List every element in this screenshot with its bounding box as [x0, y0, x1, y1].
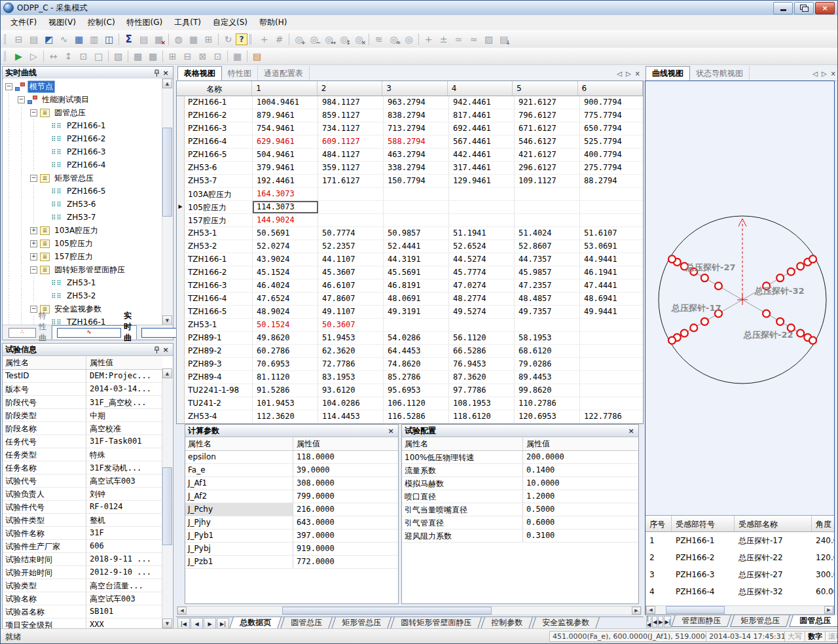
zoom-reset-icon[interactable]: ◎× [352, 32, 367, 46]
tree-scrollbar[interactable]: ▲ ▼ [162, 79, 172, 325]
property-row[interactable]: 试验开始时间2012-9-10 ... [3, 566, 163, 579]
value-cell[interactable]: 49.5274 [449, 306, 515, 318]
value-cell[interactable]: 46.1941 [580, 266, 644, 279]
tree-item[interactable]: −根节点 [3, 80, 162, 93]
sheet-tab-1[interactable]: 圆管总压 [280, 617, 333, 629]
value-cell[interactable]: 546.6127 [515, 135, 580, 148]
row-name-cell[interactable]: ZH53-6 [185, 162, 253, 174]
column-header-1[interactable]: 1 [252, 81, 317, 96]
value-cell[interactable]: 48.2774 [449, 293, 515, 305]
tree-item[interactable]: −≣矩形管总压 [3, 171, 162, 185]
title-bar[interactable]: ODPP_C - 采集模式 × [1, 1, 837, 16]
value-cell[interactable] [580, 345, 644, 357]
collapse-icon[interactable]: − [30, 109, 37, 116]
probe-row[interactable]: 4PZH166-4总压探针-3260.00 [646, 583, 834, 600]
sheet-tab-1[interactable]: 矩形管总压 [730, 615, 790, 627]
scrollbar-thumb[interactable] [282, 607, 492, 615]
grid-large-icon[interactable]: ▦ [230, 49, 245, 63]
zoom-in-icon[interactable]: ◎+ [291, 32, 306, 46]
row-name-cell[interactable]: TZH166-4 [185, 293, 253, 305]
row-name-cell[interactable]: TU241-2 [185, 397, 253, 410]
scrollbar-thumb[interactable] [162, 467, 172, 545]
row-gutter[interactable] [177, 279, 185, 292]
value-cell[interactable]: 45.1524 [253, 266, 318, 279]
calendar-icon[interactable]: ▦ [186, 32, 201, 46]
row-gutter[interactable] [177, 358, 185, 370]
collapse-icon[interactable]: − [30, 266, 37, 274]
value-cell[interactable]: 49.7357 [515, 306, 580, 318]
value-cell[interactable] [384, 188, 449, 200]
value-cell[interactable]: 734.1127 [318, 122, 384, 135]
value-cell[interactable]: 49.8620 [253, 332, 318, 344]
property-row[interactable]: 100%低压物理转速200.0000 [402, 451, 638, 464]
sheet-tab-2[interactable]: 矩形管总压 [331, 617, 392, 629]
minimize-button[interactable] [773, 2, 793, 14]
scroll-down-icon[interactable]: ▼ [162, 618, 172, 628]
row-gutter[interactable] [177, 188, 185, 200]
curve-icon[interactable]: ∿ [56, 32, 71, 46]
sheet-nav-next-icon[interactable]: ▶ [658, 616, 663, 628]
menu-customize[interactable]: 自定义(S) [207, 15, 253, 30]
value-cell[interactable]: 72.7786 [318, 358, 384, 370]
value-cell[interactable]: 99.8620 [515, 384, 580, 397]
frame-icon[interactable]: □ [91, 49, 106, 63]
tree-item[interactable]: ⠿⠿PZH166-2 [3, 132, 162, 145]
value-cell[interactable]: 74.8620 [384, 358, 449, 370]
value-cell[interactable]: 359.1127 [318, 162, 384, 174]
tab-channel-config[interactable]: 通道配置表 [258, 66, 310, 80]
value-cell[interactable]: 44.5274 [449, 253, 515, 266]
value-cell[interactable] [515, 319, 580, 331]
value-cell[interactable]: 97.7786 [449, 384, 515, 397]
value-cell[interactable]: 106.1120 [384, 397, 449, 410]
tab-table-view[interactable]: 表格视图 [177, 66, 222, 80]
value-cell[interactable]: 51.1941 [449, 227, 515, 240]
property-row[interactable]: 试验负责人刘钟 [3, 488, 163, 501]
tree-pane-icon[interactable]: ⊟ [11, 32, 26, 46]
value-cell[interactable]: 88.2794 [580, 175, 644, 187]
value-cell[interactable]: 52.0274 [253, 240, 318, 253]
value-cell[interactable]: 588.2794 [384, 135, 449, 148]
value-cell[interactable]: 93.6120 [318, 384, 384, 397]
value-cell[interactable] [580, 358, 644, 370]
value-cell[interactable]: 91.5286 [253, 384, 318, 397]
zoom-width-icon[interactable]: ◎↔ [321, 32, 337, 46]
value-cell[interactable]: 963.2794 [384, 96, 449, 109]
value-cell[interactable]: 164.3073 [253, 188, 318, 200]
value-cell[interactable]: 984.1127 [318, 96, 384, 109]
row-name-cell[interactable]: ZH53-1 [185, 319, 253, 331]
value-cell[interactable]: 48.4857 [515, 293, 580, 305]
value-cell[interactable]: 122.7786 [580, 410, 644, 423]
chart-b-icon[interactable]: ▩ [145, 49, 160, 63]
row-gutter[interactable] [177, 266, 185, 279]
column-header-5[interactable]: 5 [513, 81, 577, 96]
sum-icon[interactable]: Σ [121, 32, 136, 46]
value-cell[interactable]: 713.2794 [384, 122, 449, 135]
run-icon[interactable]: ▶ [11, 49, 26, 63]
value-cell[interactable] [318, 201, 384, 213]
value-cell[interactable]: 52.8607 [515, 240, 580, 253]
tab-characteristic-curves[interactable]: ∴特性曲线 [4, 325, 52, 340]
property-row[interactable]: J_Pjhy643.0000 [185, 516, 398, 529]
value-cell[interactable] [384, 201, 449, 213]
property-row[interactable]: J_Pzb1772.0000 [185, 556, 398, 569]
probe-row[interactable]: 2PZH166-2总压探针-22120.0 [646, 549, 834, 566]
column-header-4[interactable]: 4 [448, 81, 513, 96]
value-cell[interactable]: 50.5691 [253, 227, 318, 240]
probe-row[interactable]: 1PZH166-1总压探针-17240.0 [646, 532, 834, 549]
value-cell[interactable]: 62.3620 [318, 345, 384, 357]
value-cell[interactable]: 629.9461 [253, 135, 318, 148]
value-cell[interactable]: 609.1127 [318, 135, 384, 148]
menu-control[interactable]: 控制(C) [82, 15, 121, 30]
row-name-cell[interactable]: TZH166-2 [185, 266, 253, 279]
value-cell[interactable] [515, 214, 580, 226]
toolbar-grip[interactable] [4, 51, 9, 62]
tab-scroll-left-icon[interactable]: ◁ [812, 70, 818, 77]
scroll-up-icon[interactable]: ▲ [162, 368, 172, 378]
tree-item[interactable]: ⠿⠿PZH166-5 [3, 185, 162, 198]
value-cell[interactable]: 118.6120 [449, 410, 515, 423]
property-row[interactable]: 阶段名称高空校准 [3, 422, 163, 435]
table-h-scrollbar[interactable]: ◀ ▶ [177, 606, 642, 615]
value-cell[interactable] [580, 397, 644, 410]
value-cell[interactable]: 46.4024 [253, 279, 318, 292]
calc-table-icon[interactable]: ▤ [136, 32, 151, 46]
